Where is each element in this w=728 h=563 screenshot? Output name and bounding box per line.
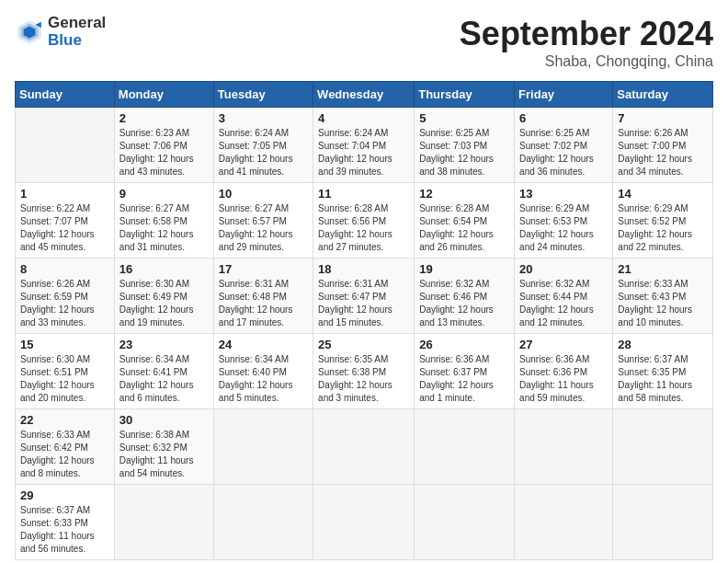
calendar-cell: 9Sunrise: 6:27 AMSunset: 6:58 PMDaylight…: [114, 183, 213, 259]
calendar-table: SundayMondayTuesdayWednesdayThursdayFrid…: [15, 81, 713, 560]
day-number: 29: [20, 488, 109, 502]
day-number: 11: [318, 187, 409, 201]
day-info: Sunrise: 6:34 AMSunset: 6:41 PMDaylight:…: [119, 353, 209, 405]
calendar-cell: 21Sunrise: 6:33 AMSunset: 6:43 PMDayligh…: [613, 259, 713, 334]
day-number: 13: [519, 187, 608, 201]
day-number: 6: [519, 111, 608, 125]
calendar-cell: [313, 485, 415, 560]
day-info: Sunrise: 6:26 AMSunset: 7:00 PMDaylight:…: [618, 127, 708, 178]
calendar-cell: 23Sunrise: 6:34 AMSunset: 6:41 PMDayligh…: [114, 334, 213, 409]
day-info: Sunrise: 6:29 AMSunset: 6:52 PMDaylight:…: [618, 202, 708, 254]
logo-icon: [15, 17, 44, 47]
calendar-cell: 2Sunrise: 6:23 AMSunset: 7:06 PMDaylight…: [114, 108, 213, 183]
day-info: Sunrise: 6:36 AMSunset: 6:36 PMDaylight:…: [519, 353, 608, 405]
calendar-cell: [213, 409, 313, 485]
day-of-week-header: Tuesday: [213, 82, 313, 108]
calendar-cell: 3Sunrise: 6:24 AMSunset: 7:05 PMDaylight…: [213, 108, 313, 183]
calendar-cell: 14Sunrise: 6:29 AMSunset: 6:52 PMDayligh…: [613, 183, 713, 259]
day-info: Sunrise: 6:23 AMSunset: 7:06 PMDaylight:…: [119, 127, 209, 178]
calendar-cell: 7Sunrise: 6:26 AMSunset: 7:00 PMDaylight…: [613, 108, 713, 183]
day-number: 20: [519, 262, 608, 276]
calendar-cell: 26Sunrise: 6:36 AMSunset: 6:37 PMDayligh…: [415, 334, 515, 409]
day-info: Sunrise: 6:27 AMSunset: 6:57 PMDaylight:…: [219, 202, 308, 254]
day-info: Sunrise: 6:28 AMSunset: 6:56 PMDaylight:…: [318, 202, 409, 254]
logo-general: General: [48, 15, 106, 32]
day-info: Sunrise: 6:37 AMSunset: 6:33 PMDaylight:…: [20, 504, 109, 556]
day-number: 3: [219, 111, 308, 125]
calendar-cell: [515, 409, 613, 485]
day-info: Sunrise: 6:38 AMSunset: 6:32 PMDaylight:…: [119, 429, 209, 480]
calendar-cell: 18Sunrise: 6:31 AMSunset: 6:47 PMDayligh…: [313, 259, 415, 334]
day-of-week-header: Monday: [114, 82, 213, 108]
day-number: 28: [618, 338, 708, 351]
calendar-cell: 10Sunrise: 6:27 AMSunset: 6:57 PMDayligh…: [213, 183, 313, 259]
day-number: 14: [618, 187, 708, 201]
location-subtitle: Shaba, Chongqing, China: [460, 53, 713, 70]
calendar-cell: 6Sunrise: 6:25 AMSunset: 7:02 PMDaylight…: [515, 108, 613, 183]
day-info: Sunrise: 6:37 AMSunset: 6:35 PMDaylight:…: [618, 353, 708, 405]
calendar-cell: 24Sunrise: 6:34 AMSunset: 6:40 PMDayligh…: [213, 334, 313, 409]
calendar-cell: [515, 485, 613, 560]
day-of-week-header: Sunday: [16, 82, 115, 108]
day-number: 30: [119, 413, 209, 427]
calendar-cell: 12Sunrise: 6:28 AMSunset: 6:54 PMDayligh…: [415, 183, 515, 259]
calendar-cell: [613, 485, 713, 560]
calendar-cell: 16Sunrise: 6:30 AMSunset: 6:49 PMDayligh…: [114, 259, 213, 334]
day-number: 10: [219, 187, 308, 201]
calendar-cell: [415, 485, 515, 560]
calendar-cell: 25Sunrise: 6:35 AMSunset: 6:38 PMDayligh…: [313, 334, 415, 409]
calendar-cell: 15Sunrise: 6:30 AMSunset: 6:51 PMDayligh…: [16, 334, 115, 409]
day-info: Sunrise: 6:36 AMSunset: 6:37 PMDaylight:…: [419, 353, 509, 405]
day-info: Sunrise: 6:24 AMSunset: 7:04 PMDaylight:…: [318, 127, 409, 178]
day-number: 18: [318, 262, 409, 276]
day-of-week-header: Friday: [515, 82, 613, 108]
day-info: Sunrise: 6:26 AMSunset: 6:59 PMDaylight:…: [20, 278, 109, 329]
calendar-cell: 19Sunrise: 6:32 AMSunset: 6:46 PMDayligh…: [415, 259, 515, 334]
day-of-week-header: Thursday: [415, 82, 515, 108]
day-of-week-header: Wednesday: [313, 82, 415, 108]
calendar-cell: 27Sunrise: 6:36 AMSunset: 6:36 PMDayligh…: [515, 334, 613, 409]
calendar-cell: 13Sunrise: 6:29 AMSunset: 6:53 PMDayligh…: [515, 183, 613, 259]
day-number: 2: [119, 111, 209, 125]
calendar-cell: [613, 409, 713, 485]
calendar-cell: [114, 485, 213, 560]
day-info: Sunrise: 6:28 AMSunset: 6:54 PMDaylight:…: [419, 202, 509, 254]
day-info: Sunrise: 6:30 AMSunset: 6:51 PMDaylight:…: [20, 353, 109, 405]
calendar-cell: [313, 409, 415, 485]
calendar-cell: [16, 108, 115, 183]
day-number: 22: [20, 413, 109, 427]
calendar-cell: 5Sunrise: 6:25 AMSunset: 7:03 PMDaylight…: [415, 108, 515, 183]
logo-text: General Blue: [48, 15, 106, 49]
day-info: Sunrise: 6:29 AMSunset: 6:53 PMDaylight:…: [519, 202, 608, 254]
calendar-cell: 28Sunrise: 6:37 AMSunset: 6:35 PMDayligh…: [613, 334, 713, 409]
calendar-cell: 22Sunrise: 6:33 AMSunset: 6:42 PMDayligh…: [16, 409, 115, 485]
calendar-cell: 8Sunrise: 6:26 AMSunset: 6:59 PMDaylight…: [16, 259, 115, 334]
day-number: 8: [20, 262, 109, 276]
day-number: 12: [419, 187, 509, 201]
day-info: Sunrise: 6:25 AMSunset: 7:03 PMDaylight:…: [419, 127, 509, 178]
day-info: Sunrise: 6:34 AMSunset: 6:40 PMDaylight:…: [219, 353, 308, 405]
day-number: 19: [419, 262, 509, 276]
calendar-cell: 29Sunrise: 6:37 AMSunset: 6:33 PMDayligh…: [16, 485, 115, 560]
day-number: 25: [318, 338, 409, 351]
day-info: Sunrise: 6:33 AMSunset: 6:42 PMDaylight:…: [20, 429, 109, 480]
day-number: 17: [219, 262, 308, 276]
month-title: September 2024: [460, 15, 713, 53]
day-info: Sunrise: 6:35 AMSunset: 6:38 PMDaylight:…: [318, 353, 409, 405]
day-info: Sunrise: 6:27 AMSunset: 6:58 PMDaylight:…: [119, 202, 209, 254]
day-info: Sunrise: 6:33 AMSunset: 6:43 PMDaylight:…: [618, 278, 708, 329]
day-info: Sunrise: 6:32 AMSunset: 6:46 PMDaylight:…: [419, 278, 509, 329]
day-info: Sunrise: 6:32 AMSunset: 6:44 PMDaylight:…: [519, 278, 608, 329]
day-info: Sunrise: 6:31 AMSunset: 6:47 PMDaylight:…: [318, 278, 409, 329]
page-header: General Blue September 2024 Shaba, Chong…: [15, 15, 713, 70]
day-info: Sunrise: 6:24 AMSunset: 7:05 PMDaylight:…: [219, 127, 308, 178]
day-of-week-header: Saturday: [613, 82, 713, 108]
day-number: 27: [519, 338, 608, 351]
calendar-cell: 1Sunrise: 6:22 AMSunset: 7:07 PMDaylight…: [16, 183, 115, 259]
calendar-cell: 30Sunrise: 6:38 AMSunset: 6:32 PMDayligh…: [114, 409, 213, 485]
day-number: 5: [419, 111, 509, 125]
day-number: 21: [618, 262, 708, 276]
logo: General Blue: [15, 15, 106, 49]
logo-blue: Blue: [48, 32, 106, 50]
day-info: Sunrise: 6:31 AMSunset: 6:48 PMDaylight:…: [219, 278, 308, 329]
